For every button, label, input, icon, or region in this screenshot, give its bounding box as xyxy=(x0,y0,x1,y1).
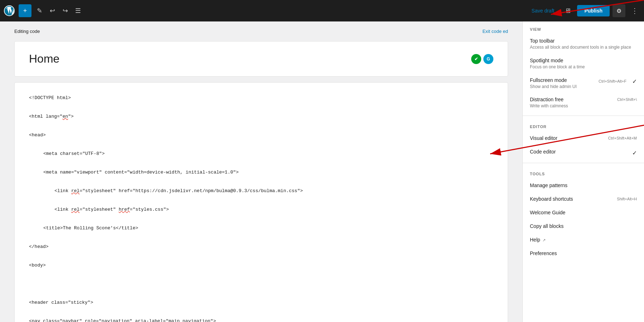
editor-section-header: EDITOR xyxy=(523,119,644,132)
view-section-header: VIEW xyxy=(523,21,644,34)
code-line-blank-1 xyxy=(29,103,493,112)
list-view-button[interactable]: ☰ xyxy=(72,4,84,17)
help-item[interactable]: Help ↗ xyxy=(523,233,644,247)
code-editor-block[interactable]: <!DOCTYPE html> <html lang="en"> <head> … xyxy=(14,82,508,322)
fullscreen-mode-desc: Show and hide admin UI xyxy=(530,84,594,90)
undo-icon: ↩ xyxy=(50,7,55,15)
distraction-free-title: Distraction free xyxy=(530,97,613,102)
code-editor-title: Code editor xyxy=(530,149,629,155)
code-line-blank-13 xyxy=(29,307,493,317)
list-icon: ☰ xyxy=(75,7,81,15)
keyboard-shortcuts-item[interactable]: Keyboard shortcuts Shift+Alt+H xyxy=(523,192,644,206)
code-line-blank-2 xyxy=(29,121,493,131)
code-line-7: <link rel="stylesheet" href="styles.css"… xyxy=(29,205,493,214)
visual-editor-shortcut: Ctrl+Shift+Alt+M xyxy=(608,136,637,140)
fullscreen-mode-title: Fullscreen mode xyxy=(530,77,594,83)
divider-2 xyxy=(523,163,644,163)
code-line-3: <head> xyxy=(29,131,493,140)
code-line-10: <body> xyxy=(29,261,493,270)
preferences-title: Preferences xyxy=(530,250,557,256)
code-line-6: <link rel="stylesheet" href="https://cdn… xyxy=(29,186,493,196)
title-block-icons: ✔ G xyxy=(471,54,493,64)
code-editor-check: ✓ xyxy=(632,150,637,156)
keyboard-shortcuts-title: Keyboard shortcuts xyxy=(530,196,613,202)
teal-circle-icon: G xyxy=(483,54,493,64)
welcome-guide-item[interactable]: Welcome Guide xyxy=(523,206,644,220)
spotlight-mode-desc: Focus on one block at a time xyxy=(530,64,637,70)
editing-code-label: Editing code xyxy=(14,29,40,34)
more-options-button[interactable]: ⋮ xyxy=(628,4,641,17)
distraction-free-item[interactable]: Distraction free Write with calmness Ctr… xyxy=(523,93,644,113)
fullscreen-mode-item[interactable]: Fullscreen mode Show and hide admin UI C… xyxy=(523,74,644,93)
code-line-12: <nav class="navbar" role="navigation" ar… xyxy=(29,317,493,322)
editing-code-bar: Editing code Exit code ed xyxy=(14,29,508,34)
settings-icon: ⚙ xyxy=(616,8,621,14)
page-title-block: Home ✔ G xyxy=(14,41,508,77)
pencil-icon: ✎ xyxy=(37,7,42,15)
code-line-2: <html lang="en"> xyxy=(29,112,493,121)
code-line-blank-11 xyxy=(29,279,493,289)
code-line-blank-3 xyxy=(29,140,493,149)
external-link-icon: ↗ xyxy=(542,238,546,243)
toolbar-right: Save draft 🖥 Publish ⚙ ⋮ xyxy=(527,4,641,17)
fullscreen-mode-check: ✓ xyxy=(632,78,637,85)
top-toolbar: + ✎ ↩ ↪ ☰ Save draft 🖥 Publish ⚙ ⋮ xyxy=(0,0,644,21)
keyboard-shortcuts-shortcut: Shift+Alt+H xyxy=(617,197,637,201)
spotlight-mode-item[interactable]: Spotlight mode Focus on one block at a t… xyxy=(523,54,644,74)
code-line-11: <header class="sticky"> xyxy=(29,298,493,307)
editor-area: Editing code Exit code ed Home ✔ G <!DOC… xyxy=(0,21,522,322)
divider-1 xyxy=(523,116,644,116)
redo-icon: ↪ xyxy=(63,7,68,15)
copy-all-blocks-title: Copy all blocks xyxy=(530,223,564,229)
distraction-free-shortcut: Ctrl+Shift+\ xyxy=(617,97,637,102)
plus-icon: + xyxy=(23,7,27,15)
undo-button[interactable]: ↩ xyxy=(46,4,59,17)
settings-panel-button[interactable]: ⚙ xyxy=(613,4,625,17)
code-line-8: <title>The Rolling Scone's</title> xyxy=(29,224,493,233)
vertical-dots-icon: ⋮ xyxy=(631,6,638,15)
code-line-blank-12 xyxy=(29,289,493,298)
save-draft-button[interactable]: Save draft xyxy=(527,6,559,16)
code-line-blank-4 xyxy=(29,158,493,168)
distraction-free-desc: Write with calmness xyxy=(530,103,613,109)
visual-editor-title: Visual editor xyxy=(530,135,604,141)
code-line-blank-7 xyxy=(29,214,493,224)
wp-logo[interactable] xyxy=(3,4,16,17)
add-block-button[interactable]: + xyxy=(19,4,31,17)
code-line-blank-8 xyxy=(29,233,493,242)
code-line-blank-9 xyxy=(29,252,493,261)
top-toolbar-desc: Access all block and document tools in a… xyxy=(530,44,637,50)
top-toolbar-title: Top toolbar xyxy=(530,38,637,44)
redo-button[interactable]: ↪ xyxy=(59,4,72,17)
main-content: Editing code Exit code ed Home ✔ G <!DOC… xyxy=(0,21,644,322)
monitor-icon: 🖥 xyxy=(565,7,571,15)
manage-patterns-item[interactable]: Manage patterns xyxy=(523,179,644,192)
code-line-blank-6 xyxy=(29,196,493,205)
copy-all-blocks-item[interactable]: Copy all blocks xyxy=(523,220,644,233)
visual-editor-item[interactable]: Visual editor Ctrl+Shift+Alt+M xyxy=(523,132,644,145)
options-dropdown-panel: VIEW Top toolbar Access all block and do… xyxy=(522,21,644,322)
top-toolbar-item[interactable]: Top toolbar Access all block and documen… xyxy=(523,34,644,54)
tools-section-header: TOOLS xyxy=(523,166,644,179)
spotlight-mode-title: Spotlight mode xyxy=(530,58,637,63)
code-line-blank-10 xyxy=(29,270,493,279)
green-circle-icon: ✔ xyxy=(471,54,481,64)
code-line-5: <meta name="viewport" content="width=dev… xyxy=(29,168,493,177)
preferences-item[interactable]: Preferences xyxy=(523,247,644,260)
fullscreen-mode-shortcut: Ctrl+Shift+Alt+F xyxy=(599,79,626,83)
exit-code-editor-button[interactable]: Exit code ed xyxy=(482,29,508,34)
welcome-guide-title: Welcome Guide xyxy=(530,210,565,215)
code-line-1: <!DOCTYPE html> xyxy=(29,93,493,103)
code-line-9: </head> xyxy=(29,242,493,252)
code-line-blank-5 xyxy=(29,177,493,186)
manage-patterns-title: Manage patterns xyxy=(530,182,567,188)
code-editor-item[interactable]: Code editor ✓ xyxy=(523,145,644,160)
preview-button[interactable]: 🖥 xyxy=(561,4,574,17)
help-title: Help xyxy=(530,237,540,243)
publish-button[interactable]: Publish xyxy=(577,5,610,16)
edit-button[interactable]: ✎ xyxy=(33,4,46,17)
code-line-4: <meta charset="UTF-8"> xyxy=(29,149,493,158)
page-title: Home xyxy=(29,52,59,65)
